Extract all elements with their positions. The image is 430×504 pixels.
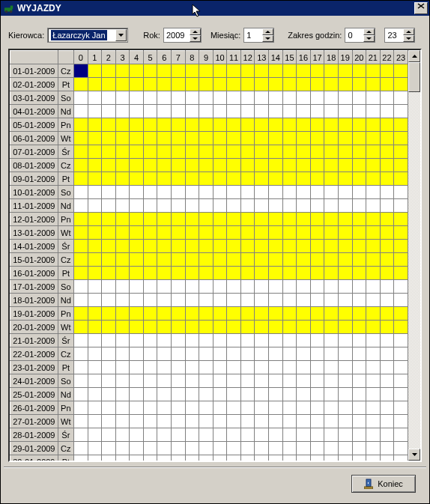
hour-cell[interactable]	[130, 442, 144, 455]
range-from-down[interactable]	[363, 35, 375, 42]
hour-cell[interactable]	[269, 280, 283, 294]
hour-cell[interactable]	[88, 334, 102, 347]
hour-cell[interactable]	[394, 442, 408, 455]
hour-cell[interactable]	[172, 159, 186, 172]
hour-cell[interactable]	[240, 186, 255, 199]
hour-cell[interactable]	[324, 321, 339, 334]
hour-cell[interactable]	[185, 361, 199, 374]
hour-cell[interactable]	[338, 455, 352, 461]
hour-cell[interactable]	[172, 186, 186, 199]
hour-cell[interactable]	[157, 253, 172, 267]
hour-cell[interactable]	[255, 226, 269, 240]
hour-cell[interactable]	[227, 78, 241, 91]
hour-cell[interactable]	[255, 213, 269, 226]
hour-cell[interactable]	[88, 199, 102, 213]
hour-cell[interactable]	[199, 415, 214, 428]
hour-cell[interactable]	[394, 334, 408, 347]
hour-cell[interactable]	[269, 428, 283, 442]
hour-cell[interactable]	[102, 186, 116, 199]
hour-cell[interactable]	[338, 159, 352, 172]
hour-cell[interactable]	[172, 118, 186, 132]
hour-cell[interactable]	[115, 186, 130, 199]
hour-cell[interactable]	[185, 415, 199, 428]
hour-cell[interactable]	[157, 442, 172, 455]
hour-cell[interactable]	[394, 428, 408, 442]
hour-cell[interactable]	[297, 186, 311, 199]
year-input[interactable]	[164, 28, 190, 42]
hour-cell[interactable]	[297, 91, 311, 105]
hour-cell[interactable]	[394, 213, 408, 226]
hour-cell[interactable]	[213, 199, 227, 213]
hour-cell[interactable]	[282, 401, 297, 415]
hour-cell[interactable]	[88, 401, 102, 415]
hour-cell[interactable]	[269, 361, 283, 374]
hour-cell[interactable]	[73, 267, 88, 280]
hour-cell[interactable]	[240, 267, 255, 280]
hour-cell[interactable]	[310, 172, 324, 186]
hour-cell[interactable]	[143, 334, 157, 347]
hour-cell[interactable]	[352, 442, 366, 455]
hour-cell[interactable]	[297, 226, 311, 240]
hour-cell[interactable]	[324, 118, 339, 132]
hour-cell[interactable]	[102, 159, 116, 172]
range-from-spinner[interactable]	[345, 28, 375, 43]
hour-cell[interactable]	[324, 401, 339, 415]
hour-cell[interactable]	[282, 280, 297, 294]
hour-cell[interactable]	[310, 226, 324, 240]
hour-cell[interactable]	[227, 159, 241, 172]
hour-cell[interactable]	[102, 307, 116, 321]
hour-cell[interactable]	[102, 388, 116, 401]
hour-cell[interactable]	[143, 172, 157, 186]
hour-cell[interactable]	[380, 267, 394, 280]
year-up[interactable]	[190, 28, 201, 35]
hour-cell[interactable]	[255, 186, 269, 199]
hour-cell[interactable]	[73, 132, 88, 145]
hour-cell[interactable]	[240, 428, 255, 442]
hour-cell[interactable]	[73, 91, 88, 105]
hour-cell[interactable]	[338, 213, 352, 226]
hour-cell[interactable]	[185, 321, 199, 334]
hour-cell[interactable]	[255, 307, 269, 321]
range-to-up[interactable]	[403, 28, 414, 35]
hour-cell[interactable]	[282, 226, 297, 240]
hour-cell[interactable]	[310, 64, 324, 78]
hour-cell[interactable]	[297, 78, 311, 91]
hour-cell[interactable]	[297, 401, 311, 415]
hour-cell[interactable]	[185, 91, 199, 105]
hour-cell[interactable]	[394, 294, 408, 307]
range-from-up[interactable]	[363, 28, 375, 35]
hour-cell[interactable]	[213, 172, 227, 186]
hour-cell[interactable]	[394, 267, 408, 280]
hour-cell[interactable]	[394, 415, 408, 428]
hour-cell[interactable]	[352, 307, 366, 321]
hour-cell[interactable]	[102, 294, 116, 307]
hour-cell[interactable]	[172, 78, 186, 91]
hour-cell[interactable]	[88, 428, 102, 442]
hour-cell[interactable]	[227, 294, 241, 307]
hour-cell[interactable]	[255, 199, 269, 213]
hour-cell[interactable]	[394, 280, 408, 294]
hour-cell[interactable]	[172, 334, 186, 347]
hour-cell[interactable]	[310, 361, 324, 374]
hour-cell[interactable]	[324, 91, 339, 105]
hour-cell[interactable]	[130, 361, 144, 374]
hour-cell[interactable]	[366, 91, 381, 105]
hour-cell[interactable]	[185, 307, 199, 321]
hour-cell[interactable]	[199, 361, 214, 374]
hour-cell[interactable]	[143, 253, 157, 267]
hour-cell[interactable]	[310, 321, 324, 334]
hour-cell[interactable]	[213, 240, 227, 253]
hour-cell[interactable]	[102, 213, 116, 226]
hour-cell[interactable]	[185, 280, 199, 294]
hour-cell[interactable]	[394, 145, 408, 159]
hour-cell[interactable]	[282, 172, 297, 186]
hour-cell[interactable]	[255, 64, 269, 78]
hour-cell[interactable]	[213, 91, 227, 105]
hour-cell[interactable]	[73, 253, 88, 267]
hour-cell[interactable]	[227, 442, 241, 455]
hour-cell[interactable]	[172, 415, 186, 428]
hour-cell[interactable]	[338, 199, 352, 213]
hour-cell[interactable]	[338, 280, 352, 294]
hour-cell[interactable]	[324, 388, 339, 401]
hour-cell[interactable]	[213, 78, 227, 91]
